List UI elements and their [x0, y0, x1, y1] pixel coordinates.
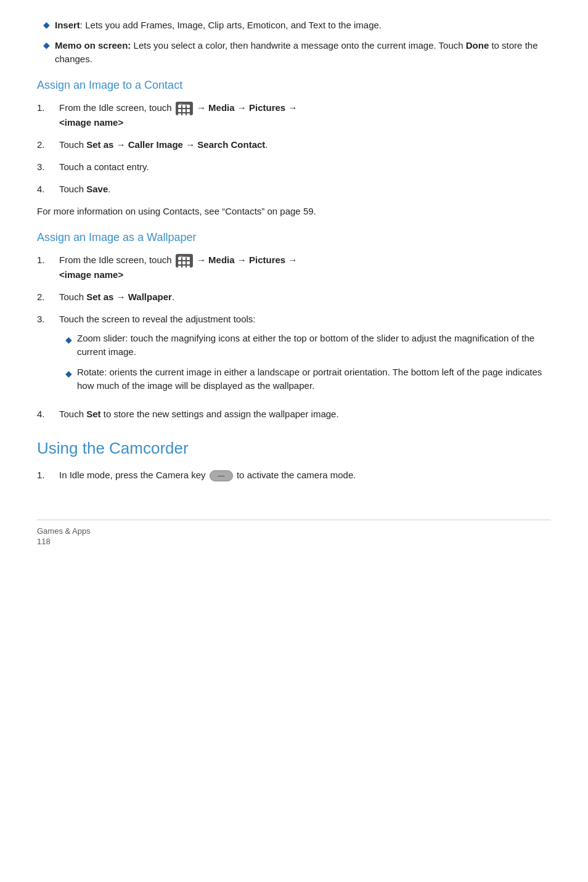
- section3-steps: 1. In Idle mode, press the Camera key — …: [37, 468, 551, 483]
- sub-bullet-zoom: ◆ Zoom slider: touch the magnifying icon…: [59, 332, 551, 359]
- section2-heading: Assign an Image as a Wallpaper: [37, 231, 551, 244]
- step-2-3: 3. Touch the screen to reveal the adjust…: [37, 312, 551, 399]
- sub-bullet-rotate: ◆ Rotate: orients the current image in e…: [59, 365, 551, 393]
- menu-icon-2: Menu: [176, 254, 193, 267]
- top-bullets: ◆ Insert: Lets you add Frames, Image, Cl…: [37, 18, 551, 67]
- camera-key-icon: —: [210, 470, 233, 481]
- sub-bullets: ◆ Zoom slider: touch the magnifying icon…: [59, 332, 551, 393]
- section1-steps: 1. From the Idle screen, touch Menu → Me…: [37, 100, 551, 197]
- step1-text-pre: From the Idle screen, touch: [59, 102, 174, 113]
- section-assign-wallpaper: Assign an Image as a Wallpaper 1. From t…: [37, 231, 551, 422]
- step3-1-pre: In Idle mode, press the Camera key: [59, 470, 208, 480]
- step-1-2: 2. Touch Set as → Caller Image → Search …: [37, 137, 551, 152]
- step-1-3: 3. Touch a contact entry.: [37, 160, 551, 174]
- step-2-1: 1. From the Idle screen, touch Menu → Me…: [37, 253, 551, 282]
- diamond-rotate: ◆: [65, 367, 72, 380]
- footer-page: 118: [37, 537, 551, 546]
- memo-label: Memo on screen:: [55, 40, 131, 51]
- step-3-1: 1. In Idle mode, press the Camera key — …: [37, 468, 551, 483]
- step3-1-post: to activate the camera mode.: [237, 470, 356, 480]
- step-2-2: 2. Touch Set as → Wallpaper.: [37, 290, 551, 304]
- section3-heading: Using the Camcorder: [37, 439, 551, 458]
- section1-footnote: For more information on using Contacts, …: [37, 204, 551, 219]
- insert-text: : Lets you add Frames, Image, Clip arts,…: [80, 20, 382, 30]
- diamond-icon-2: ◆: [43, 40, 50, 50]
- footer-section: Games & Apps: [37, 526, 551, 536]
- step-1-1: 1. From the Idle screen, touch Menu → Me…: [37, 100, 551, 130]
- step2-1-pre: From the Idle screen, touch: [59, 255, 174, 265]
- menu-icon-1: Menu: [176, 102, 193, 115]
- section-camcorder: Using the Camcorder 1. In Idle mode, pre…: [37, 439, 551, 483]
- bullet-memo: ◆ Memo on screen: Lets you select a colo…: [37, 39, 551, 67]
- diamond-zoom: ◆: [65, 333, 72, 346]
- insert-label: Insert: [55, 20, 80, 30]
- section2-steps: 1. From the Idle screen, touch Menu → Me…: [37, 253, 551, 422]
- diamond-icon: ◆: [43, 20, 50, 30]
- bullet-insert: ◆ Insert: Lets you add Frames, Image, Cl…: [37, 18, 551, 33]
- section1-heading: Assign an Image to a Contact: [37, 79, 551, 92]
- step-1-4: 4. Touch Save.: [37, 182, 551, 197]
- footer: Games & Apps 118: [37, 520, 551, 546]
- section-assign-contact: Assign an Image to a Contact 1. From the…: [37, 79, 551, 219]
- step-2-4: 4. Touch Set to store the new settings a…: [37, 407, 551, 422]
